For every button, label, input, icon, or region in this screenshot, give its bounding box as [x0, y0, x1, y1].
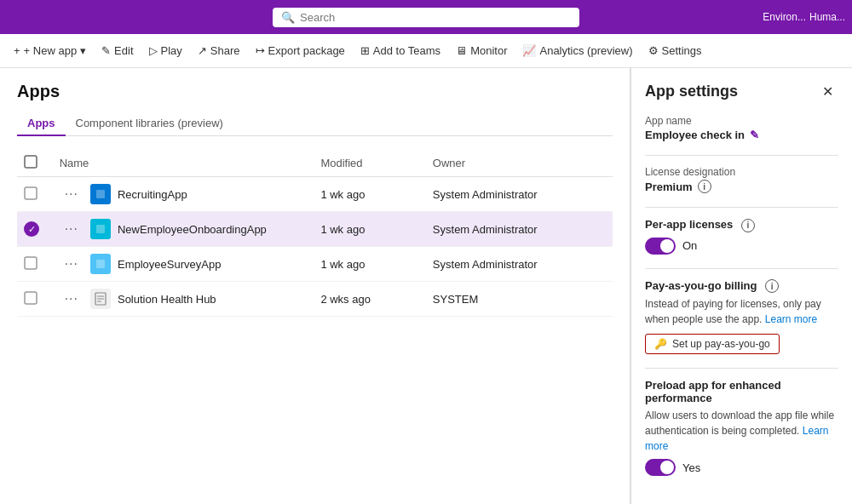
row-checkbox-cell: ✓ [17, 212, 53, 247]
payg-learn-more[interactable]: Learn more [765, 313, 817, 325]
preload-desc: Allow users to download the app file whi… [645, 408, 838, 454]
table-row[interactable]: ··· RecruitingApp 1 wk agoSystem Adminis… [17, 177, 613, 212]
per-app-title: Per-app licenses i [645, 218, 838, 232]
edit-button[interactable]: ✎ Edit [95, 41, 140, 60]
row-owner-cell: SYSTEM [426, 282, 613, 317]
table-row[interactable]: ··· Solution Health Hub 2 wks agoSYSTEM [17, 282, 613, 317]
row-name-cell: ··· Solution Health Hub [53, 282, 314, 317]
tabs: Apps Component libraries (preview) [17, 112, 613, 136]
payg-section: Pay-as-you-go billing i Instead of payin… [645, 279, 838, 355]
monitor-icon: 🖥 [456, 44, 467, 57]
table-row[interactable]: ✓ ··· NewEmployeeOnboardingApp 1 wk agoS… [17, 212, 613, 247]
preload-section: Preload app for enhanced performance All… [645, 379, 838, 476]
col-name-header: Name [53, 150, 314, 177]
svg-rect-9 [25, 292, 37, 304]
new-app-icon: + [14, 44, 20, 57]
analytics-button[interactable]: 📈 Analytics (preview) [515, 41, 639, 60]
left-panel: Apps Apps Component libraries (preview) … [0, 68, 630, 504]
payg-title: Pay-as-you-go billing i [645, 279, 838, 294]
svg-rect-0 [25, 156, 37, 168]
preload-toggle-row: Yes [645, 459, 838, 476]
settings-button[interactable]: ⚙ Settings [642, 41, 709, 60]
app-name-value: Employee check in ✎ [645, 129, 838, 141]
tab-component-libraries[interactable]: Component libraries (preview) [66, 112, 233, 136]
app-name-edit-icon[interactable]: ✎ [750, 129, 759, 141]
col-modified-header: Modified [314, 150, 425, 177]
app-row-name: RecruitingApp [118, 188, 187, 201]
per-app-toggle[interactable] [645, 238, 676, 255]
apps-table: Name Modified Owner ··· RecruitingApp 1 … [17, 150, 613, 317]
check-circle: ✓ [24, 221, 39, 237]
license-label: License designation [645, 166, 838, 178]
app-row-name: NewEmployeeOnboardingApp [118, 223, 267, 236]
row-checkbox-cell [17, 247, 53, 282]
row-owner-cell: System Administrator [426, 212, 613, 247]
preload-toggle[interactable] [645, 459, 676, 476]
panel-header: App settings ✕ [645, 82, 838, 101]
payg-button[interactable]: 🔑 Set up pay-as-you-go [645, 334, 780, 354]
row-modified-cell: 2 wks ago [314, 282, 425, 317]
row-modified-cell: 1 wk ago [314, 212, 425, 247]
user-label: Huma... [809, 11, 845, 23]
monitor-button[interactable]: 🖥 Monitor [449, 41, 514, 60]
svg-rect-5 [96, 225, 105, 233]
row-name-cell: ··· RecruitingApp [53, 177, 314, 212]
env-label: Environ... [763, 11, 806, 23]
table-row[interactable]: ··· EmployeeSurveyApp 1 wk agoSystem Adm… [17, 247, 613, 282]
per-app-section: Per-app licenses i On [645, 218, 838, 255]
main-content: Apps Apps Component libraries (preview) … [0, 68, 852, 504]
play-button[interactable]: ▷ Play [142, 41, 189, 60]
app-icon [90, 289, 111, 309]
row-more-button[interactable]: ··· [60, 220, 83, 238]
row-name-cell: ··· EmployeeSurveyApp [53, 247, 314, 282]
payg-info-icon[interactable]: i [765, 279, 779, 293]
svg-rect-1 [25, 187, 37, 199]
chevron-down-icon: ▾ [80, 44, 86, 57]
row-owner-cell: System Administrator [426, 177, 613, 212]
payg-desc: Instead of paying for licenses, only pay… [645, 296, 838, 327]
play-icon: ▷ [149, 44, 158, 57]
col-owner-header: Owner [426, 150, 613, 177]
add-to-teams-button[interactable]: ⊞ Add to Teams [354, 41, 447, 60]
app-row-name: Solution Health Hub [118, 293, 216, 306]
search-input[interactable] [300, 11, 571, 24]
row-name-cell: ··· NewEmployeeOnboardingApp [53, 212, 314, 247]
search-icon: 🔍 [281, 11, 295, 24]
license-value: Premium i [645, 180, 838, 193]
license-section: License designation Premium i [645, 166, 838, 193]
row-checkbox-cell [17, 177, 53, 212]
row-owner-cell: System Administrator [426, 247, 613, 282]
row-checkbox-cell [17, 282, 53, 317]
teams-icon: ⊞ [360, 44, 370, 57]
row-more-button[interactable]: ··· [60, 289, 83, 308]
search-box[interactable]: 🔍 [273, 8, 579, 27]
payg-button-icon: 🔑 [654, 338, 667, 350]
row-more-button[interactable]: ··· [60, 185, 83, 203]
analytics-icon: 📈 [522, 44, 536, 57]
per-app-info-icon[interactable]: i [741, 219, 755, 232]
row-modified-cell: 1 wk ago [314, 177, 425, 212]
new-app-button[interactable]: + + New app ▾ [7, 41, 93, 60]
edit-icon: ✎ [101, 44, 111, 57]
divider-1 [645, 155, 838, 156]
export-icon: ↦ [256, 44, 265, 57]
row-more-button[interactable]: ··· [60, 255, 83, 273]
right-panel: App settings ✕ App name Employee check i… [630, 68, 852, 504]
svg-rect-6 [25, 257, 37, 269]
share-icon: ↗ [198, 44, 207, 57]
export-package-button[interactable]: ↦ Export package [249, 41, 352, 60]
tab-apps[interactable]: Apps [17, 112, 66, 136]
share-button[interactable]: ↗ Share [191, 41, 247, 60]
license-info-icon[interactable]: i [698, 180, 711, 193]
close-button[interactable]: ✕ [817, 82, 838, 101]
divider-3 [645, 268, 838, 269]
top-bar: 🔍 Environ... Huma... [0, 0, 852, 34]
col-checkbox-header [17, 150, 53, 177]
top-bar-right: Environ... Huma... [763, 11, 845, 23]
toolbar: + + New app ▾ ✎ Edit ▷ Play ↗ Share ↦ Ex… [0, 34, 852, 68]
preload-title: Preload app for enhanced performance [645, 379, 838, 404]
page-title: Apps [17, 82, 613, 101]
settings-icon: ⚙ [648, 44, 659, 57]
svg-rect-3 [96, 190, 105, 198]
app-name-cell: ··· RecruitingApp [60, 184, 308, 204]
